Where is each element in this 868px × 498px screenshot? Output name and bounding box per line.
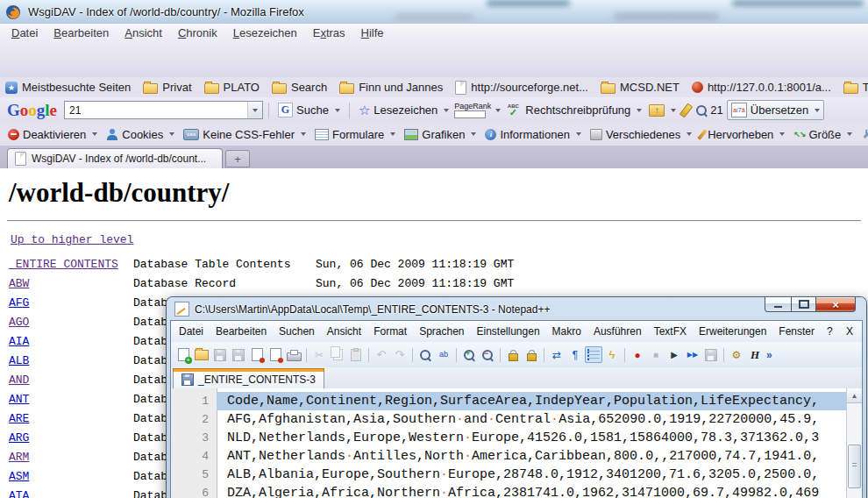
auto-completion-button[interactable]: ϟ xyxy=(603,346,621,363)
close-all-button[interactable] xyxy=(267,346,284,363)
print-button[interactable] xyxy=(285,346,302,363)
replace-button[interactable]: ab xyxy=(435,346,452,363)
open-file-button[interactable] xyxy=(193,346,210,363)
webdev-gr-e[interactable]: ↖↘Größe xyxy=(791,126,855,143)
entry-link-abw[interactable]: ABW xyxy=(9,274,29,294)
bookmark-mcsd-net[interactable]: MCSD.NET xyxy=(601,81,679,94)
webdev-extras[interactable]: Extras xyxy=(858,126,868,143)
npp-menu-sprachen[interactable]: Sprachen xyxy=(413,325,470,338)
npp-menu--[interactable]: ? xyxy=(821,325,839,338)
up-to-higher-level-link[interactable]: Up to higher level xyxy=(11,233,133,246)
sync-scroll-v-button[interactable] xyxy=(504,346,522,363)
indent-guide-button[interactable] xyxy=(585,346,602,363)
macro-play-button[interactable]: ▶ xyxy=(665,346,683,363)
menu-ansicht[interactable]: Ansicht xyxy=(117,26,170,39)
webdev-keine-css-fehler[interactable]: cssKeine CSS-Fehler xyxy=(181,126,309,143)
webdev-verschiedenes[interactable]: Verschiedenes xyxy=(587,126,694,143)
save-all-button[interactable] xyxy=(230,346,247,363)
cut-button[interactable]: ✂ xyxy=(310,346,328,363)
text-editor[interactable]: 1Code,Name,Continent,Region,SurfaceArea,… xyxy=(171,388,862,498)
webdev-hervorheben[interactable]: Hervorheben xyxy=(698,126,787,143)
menu-extras[interactable]: Extras xyxy=(305,26,353,39)
npp-menu-suchen[interactable]: Suchen xyxy=(273,325,321,338)
spellcheck-button[interactable]: ABC✓ Rechtschreibprüfung xyxy=(501,102,645,118)
entry-link-ago[interactable]: AGO xyxy=(9,313,29,332)
bookmark-privat[interactable]: Privat xyxy=(143,81,191,94)
macro-record-button[interactable]: ● xyxy=(629,346,646,363)
plugin-button[interactable]: ⚙ xyxy=(728,346,745,363)
textfx-h-button[interactable]: H xyxy=(746,346,764,363)
webdev-formulare[interactable]: Formulare xyxy=(312,126,398,143)
npp-menu-makro[interactable]: Makro xyxy=(546,325,587,338)
npp-menu-fenster[interactable]: Fenster xyxy=(772,325,821,338)
macro-stop-button[interactable]: ■ xyxy=(647,346,665,363)
close-button[interactable] xyxy=(248,346,266,363)
bookmark-finn-und-jannes[interactable]: Finn und Jannes xyxy=(339,81,443,94)
menu-hilfe[interactable]: Hilfe xyxy=(353,26,392,39)
vertical-scrollbar[interactable]: ▲ xyxy=(846,388,862,498)
npp-menu-textfx[interactable]: TextFX xyxy=(648,325,693,338)
minimize-button[interactable] xyxy=(765,297,792,312)
npp-menu-ausf-hren[interactable]: Ausführen xyxy=(587,325,648,338)
undo-button[interactable]: ↶ xyxy=(373,346,390,363)
find-button[interactable] xyxy=(416,346,434,363)
webdev-deaktivieren[interactable]: Deaktivieren xyxy=(5,126,100,143)
menu-bearbeiten[interactable]: Bearbeiten xyxy=(46,26,117,39)
npp-menu-erweiterungen[interactable]: Erweiterungen xyxy=(693,325,772,338)
entry-link-afg[interactable]: AFG xyxy=(9,294,29,313)
search-dropdown-button[interactable] xyxy=(247,102,262,118)
zoom-indicator[interactable]: 21 xyxy=(693,102,726,118)
google-search-box[interactable]: 21 xyxy=(64,101,263,119)
google-bookmarks-button[interactable]: ☆ Lesezeichen xyxy=(355,102,452,118)
npp-menu-ansicht[interactable]: Ansicht xyxy=(321,325,367,338)
entry-link-_entire_contents[interactable]: _ENTIRE_CONTENTS xyxy=(9,255,118,274)
npp-menu-format[interactable]: Format xyxy=(367,325,413,338)
notepadpp-titlebar[interactable]: C:\Users\Martin\AppData\Local\Temp\_ENTI… xyxy=(167,297,866,321)
entry-link-aia[interactable]: AIA xyxy=(9,332,29,352)
pagerank-indicator[interactable]: PageRank xyxy=(454,103,491,118)
bookmark-http-sourceforge-net-[interactable]: http://sourceforge.net... xyxy=(455,81,588,95)
paste-button[interactable] xyxy=(347,346,365,363)
npp-menu-bearbeiten[interactable]: Bearbeiten xyxy=(210,325,273,338)
webdev-cookies[interactable]: Cookies xyxy=(103,126,177,143)
toolbar-overflow-chevron[interactable]: » xyxy=(766,349,772,361)
menu-chronik[interactable]: Chronik xyxy=(170,26,225,39)
bookmark-meistbesuchte-seiten[interactable]: ★Meistbesuchte Seiten xyxy=(5,81,131,94)
scroll-up-arrow[interactable]: ▲ xyxy=(847,388,862,403)
zoom-in-button[interactable]: + xyxy=(460,346,478,363)
bookmark-http-127-0-0-1-8001-a-[interactable]: http://127.0.0.1:8001/a... xyxy=(692,81,831,94)
bookmark-tree-samples[interactable]: Tree Samples xyxy=(843,81,868,94)
close-button[interactable]: × xyxy=(815,297,856,312)
entry-link-ata[interactable]: ATA xyxy=(9,487,29,498)
entry-link-are[interactable]: ARE xyxy=(9,409,29,429)
webdev-grafiken[interactable]: Grafiken xyxy=(402,126,479,143)
entry-link-and[interactable]: AND xyxy=(9,371,29,390)
sync-scroll-h-button[interactable] xyxy=(523,346,540,363)
maximize-button[interactable] xyxy=(791,297,816,312)
npp-menu-close-document[interactable]: X xyxy=(846,325,862,338)
google-search-button[interactable]: G Suche xyxy=(274,101,344,119)
menu-lesezeichen[interactable]: Lesezeichen xyxy=(225,26,305,39)
bookmark-search[interactable]: Search xyxy=(272,81,327,94)
menu-datei[interactable]: Datei xyxy=(4,26,46,39)
highlighter-button[interactable] xyxy=(679,102,693,119)
bookmark-plato[interactable]: PLATO xyxy=(204,81,260,94)
entry-link-asm[interactable]: ASM xyxy=(9,467,29,487)
webdev-informationen[interactable]: iInformationen xyxy=(482,126,584,143)
redo-button[interactable]: ↷ xyxy=(391,346,409,363)
macro-save-button[interactable] xyxy=(702,346,720,363)
translate-button[interactable]: aí7ä Übersetzen xyxy=(727,100,824,120)
new-file-button[interactable] xyxy=(174,346,192,363)
entry-link-arg[interactable]: ARG xyxy=(9,429,29,448)
npp-menu-einstellungen[interactable]: Einstellungen xyxy=(471,325,546,338)
entry-link-arm[interactable]: ARM xyxy=(9,448,29,467)
entry-link-ant[interactable]: ANT xyxy=(9,390,29,409)
macro-run-multiple-button[interactable]: ▶▶ xyxy=(684,346,701,363)
word-wrap-button[interactable]: ⇄ xyxy=(548,346,566,363)
save-button[interactable] xyxy=(211,346,229,363)
zoom-out-button[interactable]: − xyxy=(479,346,496,363)
firefox-titlebar[interactable]: WsgiDAV - Index of /world-db/country/ - … xyxy=(0,0,868,25)
entry-link-alb[interactable]: ALB xyxy=(9,352,29,371)
send-to-button[interactable]: ↑ xyxy=(645,103,679,118)
scrollbar-thumb[interactable] xyxy=(848,445,861,488)
